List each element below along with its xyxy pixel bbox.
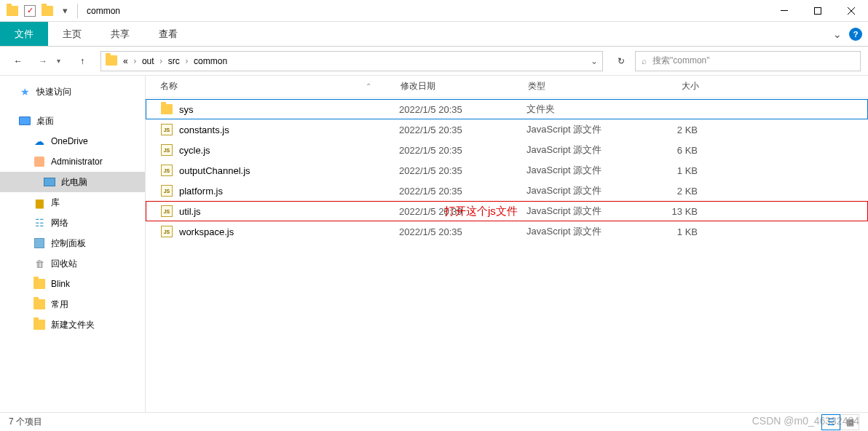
annotation-text: 打开这个js文件 xyxy=(444,205,518,218)
file-row[interactable]: JSconstants.js2022/1/5 20:35JavaScript 源… xyxy=(146,119,868,140)
file-type: JavaScript 源文件 xyxy=(526,143,639,157)
sidebar-item-label: Blink xyxy=(51,279,70,289)
breadcrumb-item[interactable]: src xyxy=(167,56,181,66)
file-type: JavaScript 源文件 xyxy=(526,184,639,197)
sidebar-item[interactable]: ☁OneDrive xyxy=(0,131,145,151)
ribbon-file-tab[interactable]: 文件 xyxy=(0,22,48,46)
file-date: 2022/1/5 20:35 xyxy=(399,145,526,156)
ribbon-tab-2[interactable]: 查看 xyxy=(144,22,192,46)
history-dropdown-icon[interactable]: ▾ xyxy=(57,57,68,65)
address-dropdown-icon[interactable]: ⌄ xyxy=(591,56,598,66)
sidebar-item[interactable]: 桌面 xyxy=(0,111,145,131)
file-name: util.js xyxy=(179,206,399,217)
user-icon xyxy=(33,156,45,167)
file-row[interactable]: JSworkspace.js2022/1/5 20:35JavaScript 源… xyxy=(146,221,868,242)
search-input[interactable]: ⌕ 搜索"common" xyxy=(635,51,861,71)
file-type: JavaScript 源文件 xyxy=(526,164,639,177)
file-row[interactable]: JSutil.js2022/1/5 20:39JavaScript 源文件13 … xyxy=(146,201,868,221)
sidebar-item-label: OneDrive xyxy=(51,136,88,146)
back-button[interactable]: ← xyxy=(7,51,29,71)
file-date: 2022/1/5 20:35 xyxy=(399,124,526,135)
file-row[interactable]: JSoutputChannel.js2022/1/5 20:35JavaScri… xyxy=(146,160,868,181)
file-date: 2022/1/5 20:35 xyxy=(399,226,526,237)
js-file-icon: JS xyxy=(160,225,173,238)
panel-icon xyxy=(33,237,45,249)
sidebar-item[interactable]: 常用 xyxy=(0,294,145,315)
file-row[interactable]: JScycle.js2022/1/5 20:35JavaScript 源文件6 … xyxy=(146,140,868,160)
column-headers[interactable]: 名称⌃ 修改日期 类型 大小 xyxy=(146,76,868,98)
qat-checkbox-icon[interactable]: ✓ xyxy=(22,3,38,19)
col-date-header[interactable]: 修改日期 xyxy=(401,80,528,92)
sidebar-item-label: 控制面板 xyxy=(51,237,86,250)
navigation-toolbar: ← → ▾ ↑ « ›out›src›common ⌄ ↻ ⌕ 搜索"commo… xyxy=(0,47,868,76)
qat-dropdown-icon[interactable]: ▾ xyxy=(57,3,73,19)
file-size: 6 KB xyxy=(639,145,705,156)
sidebar-item[interactable]: ★快速访问 xyxy=(0,82,145,102)
breadcrumb-prefix: « xyxy=(122,56,130,66)
js-file-icon: JS xyxy=(160,164,173,177)
folder-icon xyxy=(33,298,45,310)
col-type-header[interactable]: 类型 xyxy=(528,80,641,92)
file-list: sys2022/1/5 20:35文件夹JSconstants.js2022/1… xyxy=(146,98,868,243)
status-count: 7 个项目 xyxy=(9,416,42,428)
file-content: 名称⌃ 修改日期 类型 大小 sys2022/1/5 20:35文件夹JScon… xyxy=(146,76,868,412)
ribbon-tabs: 文件 主页共享查看 ⌄ ? xyxy=(0,22,868,47)
sidebar-item[interactable]: ☷网络 xyxy=(0,213,145,233)
maximize-button[interactable] xyxy=(801,0,835,22)
ribbon-tab-1[interactable]: 共享 xyxy=(96,22,144,46)
cloud-icon: ☁ xyxy=(33,135,45,147)
file-type: JavaScript 源文件 xyxy=(526,225,639,238)
breadcrumb-item[interactable]: common xyxy=(192,56,229,66)
sidebar-item[interactable]: Blink xyxy=(0,274,145,294)
monitor-icon xyxy=(19,115,31,127)
sidebar-item-label: 新建文件夹 xyxy=(51,319,95,331)
crumb-separator: › xyxy=(181,56,192,66)
main-area: ★快速访问桌面☁OneDriveAdministrator此电脑▆库☷网络控制面… xyxy=(0,76,868,412)
pc-icon xyxy=(44,176,55,188)
ribbon-tab-0[interactable]: 主页 xyxy=(48,22,96,46)
window-controls xyxy=(768,0,868,22)
close-button[interactable] xyxy=(835,0,868,22)
sidebar-item[interactable]: ▆库 xyxy=(0,192,145,213)
address-bar[interactable]: « ›out›src›common ⌄ xyxy=(100,51,603,71)
sidebar-item-label: 桌面 xyxy=(36,115,54,127)
col-name-header[interactable]: 名称 xyxy=(160,80,178,92)
ribbon-collapse-icon[interactable]: ⌄ xyxy=(833,28,842,40)
sidebar-item[interactable]: 控制面板 xyxy=(0,233,145,253)
file-row[interactable]: JSplatform.js2022/1/5 20:35JavaScript 源文… xyxy=(146,181,868,201)
sidebar-item-label: 此电脑 xyxy=(61,176,87,189)
folder-icon xyxy=(33,319,45,331)
file-size: 2 KB xyxy=(639,186,705,197)
file-date: 2022/1/5 20:35 xyxy=(399,104,526,115)
refresh-button[interactable]: ↻ xyxy=(610,51,632,71)
sidebar-item-label: 库 xyxy=(51,197,60,209)
col-size-header[interactable]: 大小 xyxy=(641,80,706,92)
sidebar-item[interactable]: 新建文件夹 xyxy=(0,315,145,335)
qat-folder-icon[interactable] xyxy=(39,3,55,19)
sidebar-item[interactable]: 🗑回收站 xyxy=(0,253,145,274)
js-file-icon: JS xyxy=(160,123,173,136)
forward-button[interactable]: → xyxy=(32,51,54,71)
minimize-button[interactable] xyxy=(768,0,801,22)
js-file-icon: JS xyxy=(160,205,173,218)
title-bar: ✓ ▾ common xyxy=(0,0,868,22)
js-file-icon: JS xyxy=(160,184,173,197)
sidebar-item[interactable]: 此电脑 xyxy=(0,172,145,192)
sidebar: ★快速访问桌面☁OneDriveAdministrator此电脑▆库☷网络控制面… xyxy=(0,76,146,412)
status-bar: 7 个项目 ☰ ▦ xyxy=(0,412,868,431)
file-row[interactable]: sys2022/1/5 20:35文件夹 xyxy=(146,99,868,119)
sort-indicator-icon: ⌃ xyxy=(366,82,371,90)
file-name: workspace.js xyxy=(179,226,399,237)
file-type: 文件夹 xyxy=(526,103,639,116)
help-icon[interactable]: ? xyxy=(849,28,862,41)
breadcrumb-item[interactable]: out xyxy=(141,56,156,66)
file-size: 2 KB xyxy=(639,124,705,135)
window-title: common xyxy=(87,6,120,16)
folder-icon xyxy=(160,103,173,116)
svg-rect-0 xyxy=(781,10,788,11)
file-date: 2022/1/5 20:35 xyxy=(399,186,526,197)
file-date: 2022/1/5 20:35 xyxy=(399,165,526,176)
lib-icon: ▆ xyxy=(33,197,45,208)
sidebar-item[interactable]: Administrator xyxy=(0,151,145,172)
up-button[interactable]: ↑ xyxy=(71,51,93,71)
